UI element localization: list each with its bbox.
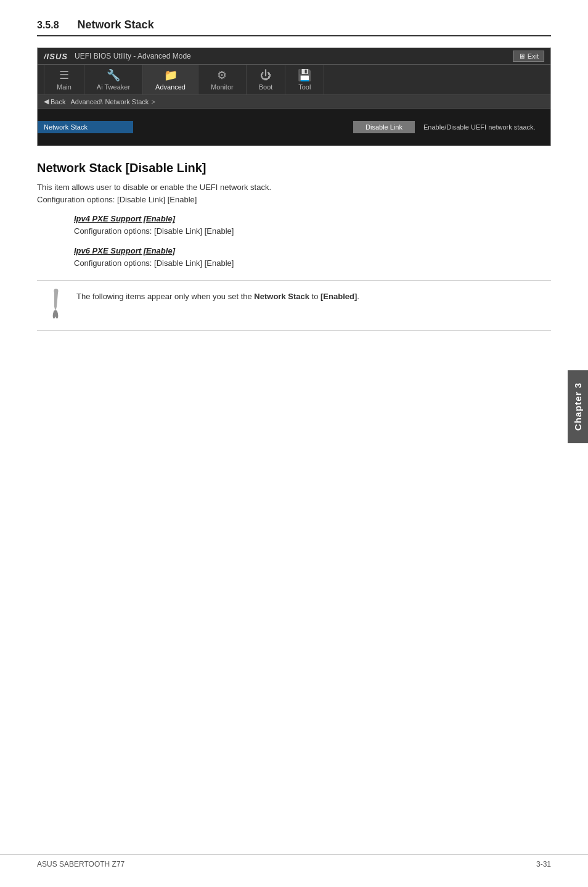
section-title: Network Stack bbox=[78, 19, 154, 31]
exit-label: Exit bbox=[528, 52, 539, 60]
ipv4-config: Configuration options: [Disable Link] [E… bbox=[74, 225, 551, 237]
ai-tweaker-icon: 🔧 bbox=[107, 68, 120, 82]
bios-breadcrumb: ◀ Back Advanced\ Network Stack > bbox=[38, 95, 550, 109]
note-text-middle: to bbox=[309, 292, 321, 301]
main-icon: ☰ bbox=[59, 68, 69, 82]
ipv6-config: Configuration options: [Disable Link] [E… bbox=[74, 257, 551, 270]
bios-ui-box: /ISUS UEFI BIOS Utility - Advanced Mode … bbox=[37, 47, 551, 146]
network-stack-description: Enable/Disable UEFI network staack. bbox=[415, 121, 550, 133]
section-number: 3.5.8 bbox=[37, 20, 59, 31]
ipv6-title: Ipv6 PXE Support [Enable] bbox=[74, 246, 551, 255]
nav-tool[interactable]: 💾 Tool bbox=[285, 65, 324, 94]
exit-icon: 🖥 bbox=[518, 52, 525, 60]
page-footer: ASUS SABERTOOTH Z77 3-31 bbox=[0, 854, 588, 868]
note-text-content: The following items appear only when you… bbox=[76, 288, 359, 303]
note-pencil-icon bbox=[43, 288, 68, 323]
section-header: 3.5.8 Network Stack bbox=[37, 19, 551, 36]
nav-ai-tweaker[interactable]: 🔧 Ai Tweaker bbox=[84, 65, 143, 94]
nav-advanced-label: Advanced bbox=[155, 83, 186, 91]
main-heading: Network Stack [Disable Link] bbox=[37, 161, 551, 175]
bios-navbar: ☰ Main 🔧 Ai Tweaker 📁 Advanced ⚙ Monitor… bbox=[38, 65, 550, 95]
nav-boot-label: Boot bbox=[259, 83, 273, 91]
note-bold-enabled: [Enabled] bbox=[321, 292, 357, 301]
nav-advanced[interactable]: 📁 Advanced bbox=[143, 65, 198, 94]
back-arrow-icon: ◀ bbox=[44, 97, 49, 105]
advanced-icon: 📁 bbox=[164, 68, 178, 82]
breadcrumb-advanced: Advanced\ bbox=[70, 98, 102, 105]
ipv4-title: Ipv4 PXE Support [Enable] bbox=[74, 214, 551, 223]
svg-text:/ISUS: /ISUS bbox=[44, 52, 68, 61]
nav-main[interactable]: ☰ Main bbox=[44, 65, 84, 94]
footer-product-name: ASUS SABERTOOTH Z77 bbox=[37, 860, 125, 868]
boot-icon: ⏻ bbox=[260, 69, 271, 82]
nav-main-label: Main bbox=[57, 83, 71, 91]
nav-ai-tweaker-label: Ai Tweaker bbox=[97, 83, 130, 91]
nav-monitor[interactable]: ⚙ Monitor bbox=[198, 65, 247, 94]
back-button[interactable]: ◀ Back bbox=[44, 97, 65, 105]
note-text-after: . bbox=[357, 292, 359, 301]
breadcrumb-network-stack: Network Stack bbox=[105, 98, 149, 105]
description-text: This item allows user to disable or enab… bbox=[37, 181, 551, 205]
desc-line2: Configuration options: [Disable Link] [E… bbox=[37, 195, 197, 204]
chapter-tab: Chapter 3 bbox=[568, 370, 588, 443]
exit-button[interactable]: 🖥 Exit bbox=[513, 51, 544, 62]
bios-titlebar: /ISUS UEFI BIOS Utility - Advanced Mode … bbox=[38, 48, 550, 65]
nav-monitor-label: Monitor bbox=[211, 83, 234, 91]
footer-page-number: 3-31 bbox=[536, 860, 551, 868]
network-stack-row[interactable]: Network Stack Disable Link Enable/Disabl… bbox=[38, 109, 550, 146]
ipv4-sub-item: Ipv4 PXE Support [Enable] Configuration … bbox=[74, 214, 551, 237]
network-stack-value[interactable]: Disable Link bbox=[353, 121, 415, 133]
monitor-icon: ⚙ bbox=[217, 68, 227, 82]
note-box: The following items appear only when you… bbox=[37, 280, 551, 331]
asus-logo: /ISUS bbox=[44, 51, 70, 62]
bios-titlebar-left: /ISUS UEFI BIOS Utility - Advanced Mode bbox=[44, 51, 191, 62]
nav-tool-label: Tool bbox=[298, 83, 311, 91]
note-text-before: The following items appear only when you… bbox=[76, 292, 254, 301]
back-label: Back bbox=[51, 98, 65, 105]
note-bold-network-stack: Network Stack bbox=[254, 292, 309, 301]
bios-title-text: UEFI BIOS Utility - Advanced Mode bbox=[75, 52, 191, 60]
breadcrumb-arrow: > bbox=[151, 98, 155, 105]
nav-boot[interactable]: ⏻ Boot bbox=[247, 65, 286, 94]
tool-icon: 💾 bbox=[298, 68, 311, 82]
network-stack-label: Network Stack bbox=[38, 121, 133, 133]
ipv6-sub-item: Ipv6 PXE Support [Enable] Configuration … bbox=[74, 246, 551, 270]
desc-line1: This item allows user to disable or enab… bbox=[37, 183, 271, 192]
main-content-area: Network Stack [Disable Link] This item a… bbox=[37, 161, 551, 331]
bios-settings-area: Network Stack Disable Link Enable/Disabl… bbox=[38, 109, 550, 146]
